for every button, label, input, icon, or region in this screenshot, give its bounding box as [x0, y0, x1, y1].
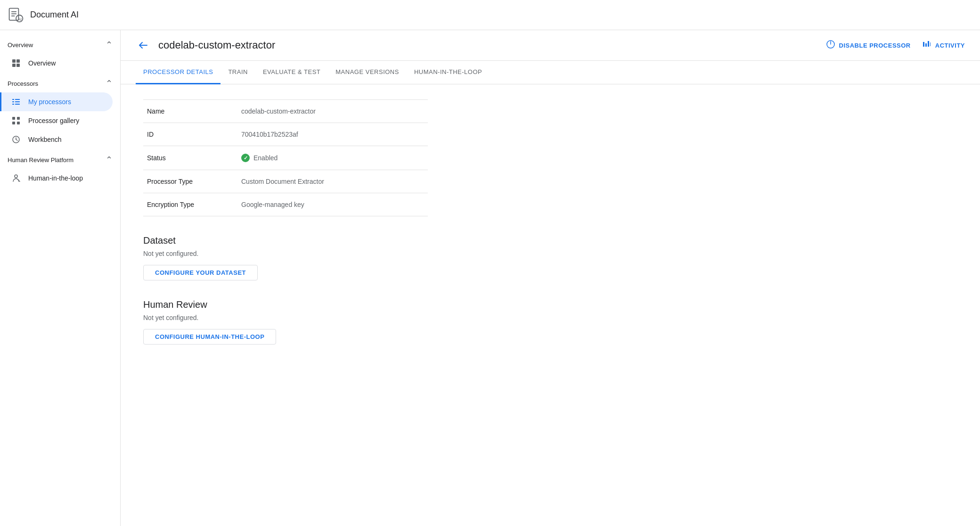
back-button[interactable] — [136, 38, 151, 53]
configure-dataset-button[interactable]: CONFIGURE YOUR DATASET — [143, 265, 258, 280]
svg-rect-30 — [930, 42, 931, 46]
sidebar-section-processors-label: Processors — [8, 80, 38, 87]
field-value-name: codelab-custom-extractor — [237, 100, 428, 123]
main-layout: Overview ⌃ Overview Processors ⌃ — [0, 30, 980, 526]
tab-manage-versions[interactable]: MANAGE VERSIONS — [328, 61, 407, 84]
svg-rect-9 — [16, 64, 20, 67]
svg-rect-28 — [925, 43, 927, 47]
tab-human-in-the-loop[interactable]: HUMAN-IN-THE-LOOP — [407, 61, 490, 84]
human-review-section: Human Review Not yet configured. CONFIGU… — [143, 299, 428, 345]
tabs-bar: PROCESSOR DETAILS TRAIN EVALUATE & TEST … — [121, 61, 980, 84]
svg-rect-15 — [15, 104, 20, 105]
svg-point-23 — [15, 175, 17, 178]
dataset-title: Dataset — [143, 235, 428, 246]
person-icon — [11, 173, 21, 183]
svg-rect-17 — [17, 117, 20, 120]
tab-evaluate-test[interactable]: EVALUATE & TEST — [255, 61, 328, 84]
svg-rect-29 — [928, 41, 929, 47]
sidebar-item-my-processors[interactable]: My processors — [0, 92, 113, 111]
sidebar-item-overview[interactable]: Overview — [0, 54, 113, 73]
field-label-id: ID — [143, 123, 237, 146]
tab-train[interactable]: TRAIN — [220, 61, 255, 84]
chevron-up-icon-2: ⌃ — [106, 78, 113, 89]
field-label-encryption-type: Encryption Type — [143, 193, 237, 216]
table-row: Processor Type Custom Document Extractor — [143, 170, 428, 193]
human-review-title: Human Review — [143, 299, 428, 310]
app-title: Document AI — [30, 10, 79, 20]
svg-line-22 — [16, 140, 17, 140]
sidebar-item-my-processors-label: My processors — [28, 98, 71, 106]
field-value-processor-type: Custom Document Extractor — [237, 170, 428, 193]
page-title: codelab-custom-extractor — [158, 39, 275, 51]
sidebar-section-human-review[interactable]: Human Review Platform ⌃ — [0, 149, 120, 169]
page-header-actions: DISABLE PROCESSOR ACTIVITY — [826, 40, 965, 51]
field-value-encryption-type: Google-managed key — [237, 193, 428, 216]
details-table: Name codelab-custom-extractor ID 700410b… — [143, 99, 428, 216]
field-value-id: 700410b17b2523af — [237, 123, 428, 146]
main-content: codelab-custom-extractor DISABLE PROCESS… — [121, 30, 980, 526]
svg-text:AI: AI — [18, 16, 22, 21]
sidebar-item-processor-gallery[interactable]: Processor gallery — [0, 111, 113, 130]
svg-rect-6 — [12, 59, 16, 63]
sidebar-item-workbench[interactable]: Workbench — [0, 130, 113, 149]
dataset-section: Dataset Not yet configured. CONFIGURE YO… — [143, 235, 428, 280]
content-area: Name codelab-custom-extractor ID 700410b… — [121, 84, 450, 378]
disable-processor-button[interactable]: DISABLE PROCESSOR — [826, 40, 911, 51]
svg-rect-16 — [12, 117, 15, 120]
tab-processor-details[interactable]: PROCESSOR DETAILS — [136, 61, 220, 84]
table-row: Encryption Type Google-managed key — [143, 193, 428, 216]
sidebar-section-overview[interactable]: Overview ⌃ — [0, 34, 120, 54]
chevron-up-icon: ⌃ — [106, 40, 113, 50]
chevron-up-icon-3: ⌃ — [106, 155, 113, 165]
activity-button[interactable]: ACTIVITY — [922, 40, 965, 51]
svg-rect-7 — [16, 59, 20, 63]
field-label-name: Name — [143, 100, 237, 123]
clock-icon — [11, 135, 21, 144]
sidebar-item-human-in-loop[interactable]: Human-in-the-loop — [0, 169, 113, 188]
dataset-subtitle: Not yet configured. — [143, 250, 428, 257]
field-label-processor-type: Processor Type — [143, 170, 237, 193]
table-row: Name codelab-custom-extractor — [143, 100, 428, 123]
table-row: Status Enabled — [143, 146, 428, 170]
sidebar-item-human-in-loop-label: Human-in-the-loop — [28, 174, 83, 182]
svg-rect-13 — [15, 101, 20, 102]
svg-rect-14 — [12, 104, 14, 105]
svg-rect-10 — [12, 99, 14, 100]
sidebar: Overview ⌃ Overview Processors ⌃ — [0, 30, 121, 526]
app-header: AI Document AI — [0, 0, 980, 30]
sidebar-item-processor-gallery-label: Processor gallery — [28, 117, 79, 124]
status-text: Enabled — [253, 154, 278, 162]
svg-rect-27 — [923, 42, 924, 47]
svg-rect-12 — [12, 101, 14, 102]
field-label-status: Status — [143, 146, 237, 170]
sidebar-section-human-review-label: Human Review Platform — [8, 156, 74, 164]
svg-rect-19 — [17, 122, 20, 124]
grid-icon — [11, 58, 21, 68]
page-header: codelab-custom-extractor DISABLE PROCESS… — [121, 30, 980, 61]
table-row: ID 700410b17b2523af — [143, 123, 428, 146]
svg-rect-18 — [12, 122, 15, 124]
svg-rect-8 — [12, 64, 16, 67]
status-dot-enabled — [241, 154, 250, 162]
gallery-icon — [11, 116, 21, 125]
sidebar-item-overview-label: Overview — [28, 59, 56, 67]
configure-human-in-loop-button[interactable]: CONFIGURE HUMAN-IN-THE-LOOP — [143, 329, 276, 345]
field-value-status: Enabled — [237, 146, 428, 170]
sidebar-section-overview-label: Overview — [8, 41, 33, 49]
human-review-subtitle: Not yet configured. — [143, 314, 428, 321]
list-icon — [11, 97, 21, 107]
activity-icon — [922, 40, 931, 51]
sidebar-section-processors[interactable]: Processors ⌃ — [0, 73, 120, 92]
page-header-left: codelab-custom-extractor — [136, 38, 275, 53]
status-badge: Enabled — [241, 154, 424, 162]
svg-rect-11 — [15, 99, 20, 100]
activity-label: ACTIVITY — [935, 42, 965, 49]
disable-processor-label: DISABLE PROCESSOR — [839, 42, 911, 49]
sidebar-item-workbench-label: Workbench — [28, 136, 62, 143]
document-ai-icon: AI — [8, 7, 24, 24]
disable-icon — [826, 40, 835, 51]
app-logo: AI Document AI — [8, 7, 79, 24]
